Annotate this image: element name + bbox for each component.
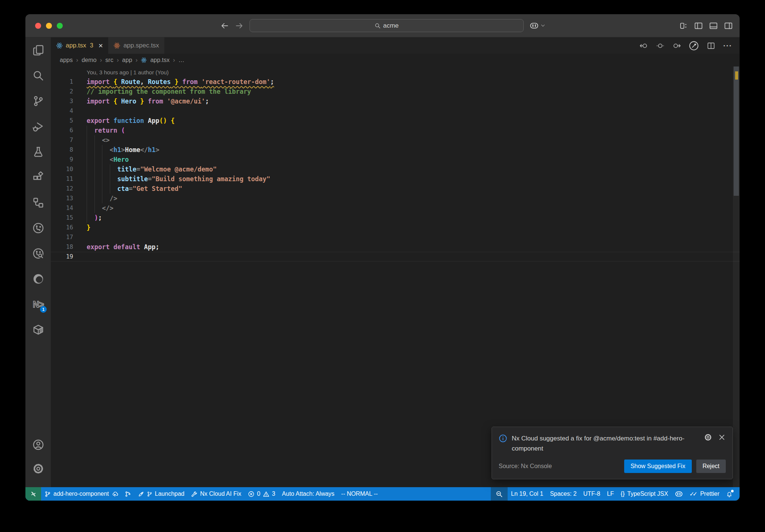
breadcrumb-item[interactable]: app (122, 57, 132, 64)
activity-edge-devtools[interactable] (25, 266, 51, 291)
show-suggested-fix-button[interactable]: Show Suggested Fix (624, 460, 692, 473)
breadcrumb-item[interactable]: demo (81, 57, 96, 64)
previous-change-icon[interactable] (639, 41, 648, 50)
customize-layout-icon[interactable] (679, 21, 688, 30)
code-editor[interactable]: You, 3 hours ago | 1 author (You) 1impor… (51, 66, 740, 487)
error-icon (248, 491, 254, 497)
code-line[interactable]: 18export default App; (51, 242, 740, 252)
line-number: 18 (51, 242, 73, 252)
settings-button[interactable] (25, 457, 51, 480)
remote-indicator[interactable] (25, 487, 41, 501)
code-line[interactable]: 17 (51, 232, 740, 242)
code-line[interactable]: 4 (51, 106, 740, 116)
problems-status-item[interactable]: 0 3 (245, 487, 279, 501)
status-bar: add-hero-component Launchpad Nx Cloud AI… (25, 487, 740, 501)
code-line[interactable]: 5export function App() { (51, 116, 740, 126)
title-bar: acme (25, 14, 740, 37)
code-line[interactable]: 6return ( (51, 126, 740, 135)
commit-graph-icon (125, 491, 131, 497)
code-line[interactable]: 3import { Hero } from '@acme/ui'; (51, 96, 740, 106)
auto-attach-label: Auto Attach: Always (282, 491, 335, 497)
scrollbar-thumb[interactable] (734, 66, 739, 196)
breadcrumb-item[interactable]: apps (60, 57, 73, 64)
close-icon[interactable] (718, 433, 726, 441)
code-line[interactable]: 8<h1>Home</h1> (51, 145, 740, 155)
toggle-panel-icon[interactable] (709, 21, 718, 30)
indentation-status-item[interactable]: Spaces: 2 (546, 487, 580, 501)
code-line[interactable]: 7<> (51, 135, 740, 145)
activity-extensions[interactable] (25, 164, 51, 190)
language-status-item[interactable]: {} TypeScript JSX (617, 487, 672, 501)
reject-button[interactable]: Reject (696, 460, 726, 473)
braces-icon: {} (621, 491, 625, 497)
activity-nx-console[interactable]: N> 1 (25, 291, 51, 317)
activity-package-explorer[interactable] (25, 317, 51, 342)
activity-explorer[interactable] (25, 37, 51, 63)
line-number: 2 (51, 87, 73, 96)
nx-console-badge: 1 (40, 306, 47, 313)
code-line[interactable]: 15); (51, 213, 740, 223)
activity-source-control[interactable] (25, 88, 51, 114)
notification-message: Nx Cloud suggested a fix for @acme/demo:… (512, 433, 693, 454)
commit-graph-status-item[interactable] (121, 487, 134, 501)
toggle-secondary-sidebar-icon[interactable] (724, 21, 733, 30)
fullscreen-window-button[interactable] (57, 23, 63, 29)
react-icon (114, 42, 120, 49)
copilot-status-item[interactable] (672, 487, 686, 501)
encoding-status-item[interactable]: UTF-8 (580, 487, 604, 501)
code-line[interactable]: 19 (51, 252, 740, 262)
code-line[interactable]: 13/> (51, 194, 740, 203)
split-editor-icon[interactable] (707, 41, 715, 50)
double-check-icon: ✓✓ (690, 491, 698, 498)
nx-cloud-fix-status-item[interactable]: Nx Cloud AI Fix (188, 487, 245, 501)
breadcrumb-item[interactable]: app.tsx (150, 57, 170, 64)
vim-mode-status-item[interactable]: -- NORMAL -- (338, 487, 381, 501)
next-change-icon[interactable] (672, 41, 681, 50)
code-line[interactable]: 11subtitle="Build something amazing toda… (51, 174, 740, 184)
eol-status-item[interactable]: LF (604, 487, 617, 501)
notifications-status-item[interactable] (723, 487, 736, 501)
activity-run-debug[interactable] (25, 114, 51, 139)
code-line[interactable]: 1import { Route, Routes } from 'react-ro… (51, 77, 740, 87)
tab-app-spec-tsx[interactable]: app.spec.tsx (108, 37, 164, 54)
toggle-primary-sidebar-icon[interactable] (694, 21, 703, 30)
code-line[interactable]: 16} (51, 223, 740, 232)
accounts-button[interactable] (25, 433, 51, 457)
auto-attach-status-item[interactable]: Auto Attach: Always (279, 487, 338, 501)
editor-scrollbar[interactable] (733, 66, 740, 487)
code-line[interactable]: 10title="Welcmoe @acme/demo" (51, 164, 740, 174)
edge-browser-icon (32, 273, 44, 285)
run-target-icon[interactable] (689, 41, 699, 51)
cursor-position-status-item[interactable]: Ln 19, Col 1 (508, 487, 546, 501)
more-actions-icon[interactable]: ··· (723, 41, 732, 50)
activity-testing[interactable] (25, 139, 51, 164)
launchpad-status-item[interactable]: Launchpad (134, 487, 188, 501)
activity-nx-project-graph[interactable] (25, 215, 51, 241)
branch-status-item[interactable]: add-hero-component (41, 487, 121, 501)
close-icon[interactable]: × (99, 42, 103, 49)
breadcrumb-item[interactable]: src (105, 57, 113, 64)
gear-icon[interactable] (704, 433, 712, 441)
line-number: 10 (51, 164, 73, 174)
line-number: 3 (51, 96, 73, 106)
tab-title: app.spec.tsx (123, 42, 159, 49)
tab-app-tsx[interactable]: app.tsx 3 × (51, 37, 108, 54)
zoom-status-item[interactable] (491, 487, 508, 501)
launchpad-label: Launchpad (155, 491, 185, 497)
command-center-search[interactable]: acme (250, 19, 524, 32)
close-window-button[interactable] (35, 23, 41, 29)
code-line[interactable]: 14</> (51, 203, 740, 213)
code-line[interactable]: 2// importing the component from the lib… (51, 87, 740, 96)
copilot-menu[interactable] (530, 21, 545, 30)
back-arrow-icon[interactable] (220, 21, 229, 30)
minimize-window-button[interactable] (46, 23, 52, 29)
activity-nx-graph-search[interactable] (25, 241, 51, 266)
change-icon[interactable] (656, 41, 665, 50)
forward-arrow-icon[interactable] (235, 21, 244, 30)
breadcrumb-item[interactable]: … (179, 57, 185, 64)
activity-project-hierarchy[interactable] (25, 190, 51, 215)
code-line[interactable]: 12cta="Get Started" (51, 184, 740, 194)
code-line[interactable]: 9<Hero (51, 155, 740, 164)
prettier-status-item[interactable]: ✓✓ Prettier (686, 487, 723, 501)
activity-search[interactable] (25, 63, 51, 88)
